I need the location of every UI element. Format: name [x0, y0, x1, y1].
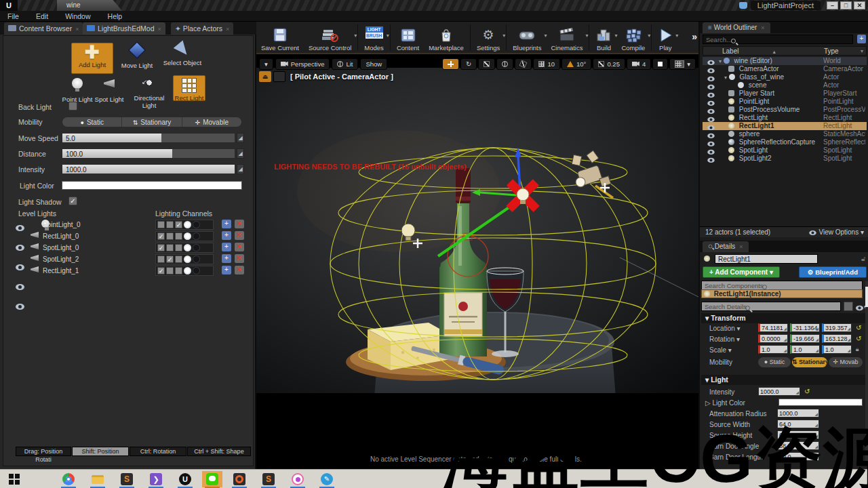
outliner-row[interactable]: SphereReflectionCaptureSphereReflectionC…: [703, 138, 867, 146]
location-y-field[interactable]: -31.1364◢: [790, 323, 820, 332]
mobility-stationary[interactable]: ⇅Stationary: [122, 117, 182, 127]
outliner-row[interactable]: ▾ wine (Editor)World: [703, 57, 867, 65]
scale-label[interactable]: Scale ▾: [709, 346, 732, 354]
content-button[interactable]: Content: [392, 22, 424, 53]
maximize-button[interactable]: □: [840, 1, 852, 9]
viewport[interactable]: ▾ Perspective Lit Show ↻ 10 10° 0.25 4 ▾…: [256, 56, 698, 469]
outliner-column-header[interactable]: Label ▲ Type ▾: [703, 46, 867, 56]
tab-close-icon[interactable]: ×: [739, 243, 743, 250]
delete-light-icon[interactable]: ✕: [235, 243, 244, 251]
distance-spinner[interactable]: ◢: [237, 148, 244, 159]
tab-details[interactable]: Details×: [703, 241, 749, 252]
lit-preview-icon[interactable]: [184, 244, 191, 251]
unlit-preview-icon[interactable]: [193, 256, 200, 263]
location-z-field[interactable]: 319.357◢: [822, 323, 852, 332]
add-to-light-icon[interactable]: +: [222, 266, 231, 274]
lit-preview-icon[interactable]: [184, 267, 191, 274]
outliner-add-filter-icon[interactable]: +: [857, 35, 866, 43]
dropdown-caret-icon[interactable]: ▾: [585, 33, 588, 39]
channel-2-checkbox[interactable]: [175, 221, 182, 228]
mobility-movable[interactable]: ✛Movable: [182, 117, 241, 127]
screenshot-button[interactable]: [652, 58, 668, 70]
add-component-button[interactable]: + Add Component ▾: [703, 266, 780, 278]
tab-close-icon[interactable]: ×: [157, 26, 161, 33]
location-x-field[interactable]: 74.1181◢: [758, 323, 788, 332]
reset-intensity-icon[interactable]: ↺: [804, 388, 810, 395]
hotkey-ctrl-shift-button[interactable]: Ctrl + Shift: Shape: [187, 447, 251, 456]
rotation-label[interactable]: Rotation ▾: [709, 336, 740, 343]
tab-close-icon[interactable]: ×: [761, 24, 764, 31]
lit-button[interactable]: Lit: [332, 58, 358, 70]
channel-1-checkbox[interactable]: [166, 221, 174, 228]
actor-name-field[interactable]: RectLight1: [715, 254, 818, 264]
unlit-preview-icon[interactable]: [193, 221, 200, 228]
build-button[interactable]: Build▾: [591, 22, 616, 53]
outliner-row[interactable]: Player StartPlayerStart: [703, 89, 867, 98]
taskbar-sublime[interactable]: S: [117, 471, 137, 487]
taskbar-chrome[interactable]: [58, 471, 79, 487]
compile-button[interactable]: Compile▾: [616, 22, 650, 53]
channel-0-checkbox[interactable]: [157, 232, 165, 240]
dropdown-caret-icon[interactable]: ▾: [648, 33, 650, 39]
filter-icon[interactable]: [844, 302, 853, 311]
document-tab-wine[interactable]: wine: [57, 0, 122, 11]
add-light-button[interactable]: ✚ Add Light: [71, 43, 113, 74]
outliner-row[interactable]: RectLightRectLight: [703, 114, 867, 122]
lit-preview-icon[interactable]: [184, 256, 191, 263]
outliner-row[interactable]: PointLightPointLight: [703, 98, 867, 106]
lit-preview-icon[interactable]: [184, 221, 191, 228]
move-speed-spinner[interactable]: ◢: [237, 133, 244, 143]
delete-light-icon[interactable]: ✕: [235, 266, 244, 274]
reset-location-icon[interactable]: ↺: [856, 324, 861, 331]
menu-edit[interactable]: Edit: [28, 11, 56, 22]
outliner-row-selected[interactable]: RectLight1RectLight: [703, 122, 867, 130]
back-light-checkbox[interactable]: [68, 102, 77, 110]
feedback-icon[interactable]: [739, 2, 747, 9]
dropdown-caret-icon[interactable]: ▾: [387, 33, 389, 39]
outliner-row[interactable]: SpotLight2SpotLight: [703, 155, 867, 163]
taskbar-sublime-2[interactable]: S: [258, 471, 279, 487]
rotation-snap-button[interactable]: 10°: [561, 58, 591, 70]
grid-snap-button[interactable]: 10: [533, 58, 560, 70]
perspective-button[interactable]: Perspective: [275, 58, 330, 70]
delete-light-icon[interactable]: ✕: [235, 220, 244, 228]
tab-close-icon[interactable]: ×: [226, 26, 229, 33]
attenuation-radius-field[interactable]: 1000.0◢: [777, 409, 819, 418]
level-light-name[interactable]: PointLight_0: [43, 221, 81, 228]
channel-0-checkbox[interactable]: [157, 267, 165, 274]
save-current-button[interactable]: Save Current: [256, 22, 304, 53]
search-details-input[interactable]: Search Details: [701, 302, 841, 311]
eye-icon[interactable]: [16, 304, 24, 310]
tab-lightbrush[interactable]: LightBrushEdMod×: [83, 22, 165, 35]
level-light-name[interactable]: SpotLight_2: [43, 256, 79, 263]
mobility-stationary-button[interactable]: ⇅ Stationary: [792, 357, 827, 367]
scale-mode-button[interactable]: [478, 58, 495, 70]
dropdown-caret-icon[interactable]: ▾: [354, 33, 357, 39]
outliner-row[interactable]: sphereStaticMeshActor: [703, 130, 867, 138]
rotation-x-field[interactable]: 0.0000◢: [758, 334, 788, 343]
hotkey-shift-button[interactable]: Shift: Position: [72, 447, 129, 456]
pilot-camera-button[interactable]: [273, 71, 285, 82]
select-object-button[interactable]: Select Object: [161, 43, 204, 66]
taskbar-paint-app[interactable]: [288, 471, 308, 487]
rotation-z-field[interactable]: 163.128◢: [822, 334, 852, 343]
expander-icon[interactable]: ▾: [724, 75, 727, 81]
taskbar-line-active[interactable]: [202, 471, 222, 487]
scale-z-field[interactable]: 1.0◢: [822, 345, 852, 354]
menu-file[interactable]: File: [0, 11, 26, 22]
outliner-row[interactable]: SpotLightSpotLight: [703, 146, 867, 155]
channel-1-checkbox[interactable]: [166, 256, 174, 263]
tab-place-actors[interactable]: ✦ Place Actors×: [171, 22, 233, 35]
channel-1-checkbox[interactable]: [166, 244, 174, 251]
taskbar-unreal[interactable]: U: [175, 471, 195, 487]
rotate-mode-button[interactable]: ↻: [460, 58, 477, 70]
scale-snap-button[interactable]: 0.25: [593, 58, 625, 70]
windows-start-button[interactable]: [4, 471, 24, 487]
eject-pilot-button[interactable]: ⏏: [259, 71, 271, 82]
add-to-light-icon[interactable]: +: [222, 220, 231, 228]
move-light-button[interactable]: Move Light: [117, 44, 157, 69]
scale-y-field[interactable]: 1.0◢: [790, 345, 820, 354]
move-speed-slider[interactable]: 5.0: [62, 133, 235, 143]
rotation-y-field[interactable]: -19.666◢: [790, 334, 820, 343]
channel-0-checkbox[interactable]: [157, 244, 165, 251]
